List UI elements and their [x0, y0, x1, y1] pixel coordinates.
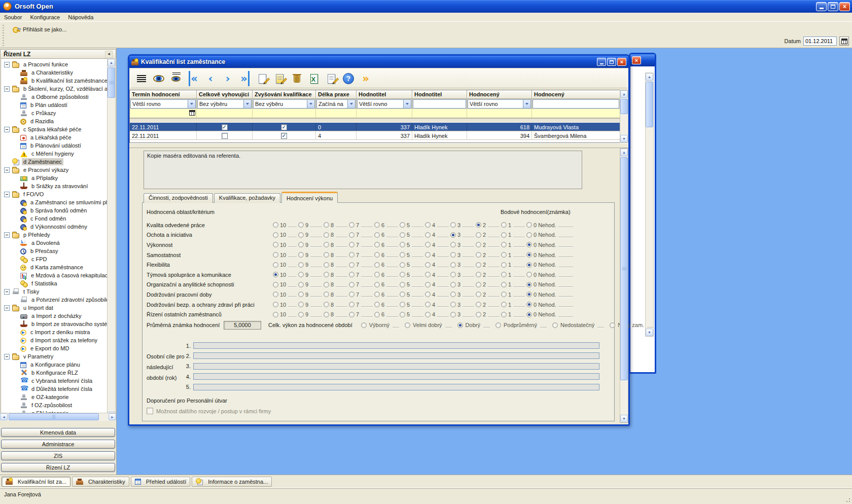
close-button[interactable]: ×	[839, 2, 850, 11]
table-cell[interactable]: ✓	[253, 123, 316, 131]
tree-vertical-scrollbar[interactable]: ▲ ▼	[107, 58, 116, 420]
radio-selected[interactable]	[526, 242, 532, 247]
radio-unselected[interactable]	[450, 222, 456, 228]
tree-item[interactable]: f OZ-způsobilost	[1, 401, 108, 409]
date-input[interactable]	[803, 37, 837, 46]
radio-unselected[interactable]	[374, 262, 380, 268]
view-button[interactable]	[150, 70, 167, 87]
module-button-řízení-lz[interactable]: Řízení LZ	[1, 463, 115, 472]
quickfilter-cell[interactable]	[130, 109, 197, 118]
radio-unselected[interactable]	[324, 302, 329, 307]
table-cell[interactable]: 0	[316, 123, 357, 131]
tree-item[interactable]: a Lékařská péče	[1, 133, 108, 141]
radio-unselected[interactable]	[552, 322, 558, 328]
radio-unselected[interactable]	[501, 222, 507, 228]
radio-unselected[interactable]	[400, 282, 405, 287]
radio-unselected[interactable]	[400, 242, 405, 247]
scroll-up-icon[interactable]: ▲	[646, 73, 653, 81]
radio-unselected[interactable]	[298, 312, 304, 317]
radio-unselected[interactable]	[324, 272, 329, 277]
column-header[interactable]: Zvyšování kvalifikace	[253, 90, 316, 99]
tree-item[interactable]: c Měření hygieny	[1, 150, 108, 158]
radio-unselected[interactable]	[324, 312, 329, 317]
radio-unselected[interactable]	[501, 312, 507, 317]
radio-unselected[interactable]	[450, 312, 456, 317]
tree-item[interactable]: d Výkonnostní odměny	[1, 223, 108, 231]
filter-dropdown[interactable]: Bez výběru	[253, 99, 315, 109]
tree-expander-icon[interactable]	[4, 86, 10, 92]
tree-expander-icon[interactable]	[4, 305, 10, 311]
radio-unselected[interactable]	[273, 292, 278, 297]
scroll-down-icon[interactable]: ▼	[620, 415, 628, 422]
maximize-button[interactable]	[607, 58, 616, 66]
radio-unselected[interactable]	[273, 312, 278, 317]
radio-unselected[interactable]	[273, 262, 278, 268]
radio-unselected[interactable]	[349, 302, 354, 307]
tree-item[interactable]: b Kvalifikační list zaměstnance	[1, 77, 108, 85]
scroll-left-icon[interactable]: ◄	[0, 413, 8, 420]
tab-1[interactable]: Činnosti, zodpovědnosti	[144, 193, 213, 203]
module-button-administrace[interactable]: Administrace	[1, 440, 115, 449]
tree-item[interactable]: d Důležitá telefonní čísla	[1, 385, 108, 393]
go-first-button[interactable]: «	[185, 70, 202, 87]
tree-item[interactable]: t Tisky	[1, 287, 108, 296]
filter-empty-field[interactable]	[532, 99, 619, 109]
radio-unselected[interactable]	[324, 252, 329, 258]
radio-unselected[interactable]	[450, 272, 456, 277]
table-cell[interactable]: 394	[467, 131, 532, 139]
radio-selected[interactable]	[450, 232, 456, 238]
development-checkbox[interactable]	[147, 408, 153, 414]
radio-unselected[interactable]	[400, 302, 405, 307]
radio-unselected[interactable]	[476, 242, 481, 247]
table-cell[interactable]: Mudrayová Vlasta	[532, 123, 620, 131]
tree-item[interactable]: d Razidla	[1, 117, 108, 125]
scrollbar-thumb[interactable]	[620, 99, 628, 114]
radio-selected[interactable]	[526, 312, 532, 317]
checkbox-checked[interactable]: ✓	[281, 124, 287, 130]
table-cell[interactable]: Švambergová Milena	[532, 131, 620, 139]
tree-item[interactable]: p Přehledy	[1, 231, 108, 239]
radio-unselected[interactable]	[476, 282, 481, 287]
calendar-button[interactable]	[839, 37, 849, 46]
radio-unselected[interactable]	[495, 322, 501, 328]
radio-unselected[interactable]	[476, 232, 481, 238]
radio-unselected[interactable]	[476, 262, 481, 268]
radio-selected[interactable]	[526, 252, 532, 258]
radio-selected[interactable]	[457, 322, 463, 328]
go-next-button[interactable]: ›	[219, 70, 236, 87]
radio-unselected[interactable]	[273, 242, 278, 247]
login-as-button[interactable]: Přihlásit se jako...	[8, 24, 71, 34]
scrollbar-thumb[interactable]	[646, 82, 653, 127]
radio-unselected[interactable]	[526, 232, 532, 238]
radio-unselected[interactable]	[298, 302, 304, 307]
radio-unselected[interactable]	[324, 242, 329, 247]
radio-selected[interactable]	[526, 262, 532, 268]
quickfilter-cell[interactable]	[357, 109, 412, 118]
tree-item[interactable]: a Potvrzení zdravotní způsobilosti	[1, 296, 108, 304]
tree-item[interactable]: b Plán událostí	[1, 101, 108, 109]
radio-unselected[interactable]	[349, 272, 354, 277]
close-button[interactable]: ×	[632, 56, 641, 64]
taskbar-item[interactable]: Kvalifikační list za...	[2, 477, 70, 487]
radio-unselected[interactable]	[450, 292, 456, 297]
filter-dropdown[interactable]: Začíná na	[316, 99, 356, 109]
radio-unselected[interactable]	[400, 222, 405, 228]
radio-unselected[interactable]	[425, 312, 431, 317]
menu-item-soubor[interactable]: Soubor	[0, 13, 26, 21]
menu-item-konfigurace[interactable]: Konfigurace	[26, 13, 64, 21]
tree-item[interactable]: d Import srážek za telefony	[1, 336, 108, 344]
edit-note-button[interactable]	[323, 70, 340, 87]
radio-unselected[interactable]	[349, 262, 354, 268]
table-row[interactable]: 22.11.2011✓✓0337Hladík Hynek618Mudrayová…	[130, 123, 620, 131]
scroll-up-icon[interactable]: ▲	[620, 90, 628, 98]
tree-item[interactable]: f Statistika	[1, 279, 108, 287]
radio-unselected[interactable]	[324, 232, 329, 238]
filter-empty-field[interactable]	[413, 99, 466, 109]
tree-item[interactable]: b Přesčasy	[1, 247, 108, 255]
radio-unselected[interactable]	[349, 222, 354, 228]
panel-scrollbar[interactable]: ▲ ▼	[620, 148, 628, 423]
scroll-right-icon[interactable]: ►	[109, 413, 116, 420]
radio-unselected[interactable]	[450, 242, 456, 247]
radio-unselected[interactable]	[298, 282, 304, 287]
radio-unselected[interactable]	[349, 232, 354, 238]
